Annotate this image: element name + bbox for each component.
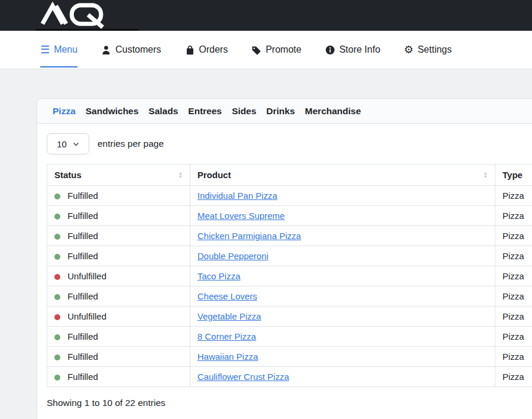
category-tabbar: PizzaSandwichesSaladsEntreesSidesDrinksM…: [37, 99, 532, 124]
tag-icon: [251, 45, 261, 55]
status-dot: [54, 274, 60, 280]
status-label: Fulfilled: [67, 331, 98, 341]
nav-label: Store Info: [339, 44, 380, 55]
status-cell: Fulfilled: [47, 327, 190, 347]
type-cell: Pizza: [495, 327, 532, 347]
info-icon: [325, 45, 335, 55]
column-header[interactable]: Product ▲▼: [190, 165, 495, 186]
nav-label: Orders: [199, 44, 228, 55]
status-label: Unfulfilled: [67, 311, 106, 321]
product-cell: Hawaiian Pizza: [190, 347, 495, 367]
shopping-bag-icon: [185, 45, 195, 55]
product-cell: Double Pepperoni: [190, 246, 495, 266]
table-row: Fulfilled Cauliflower Crust Pizza Pizza: [47, 367, 532, 387]
page-size-row: 10 entries per page: [47, 133, 532, 154]
status-label: Fulfilled: [67, 251, 98, 261]
product-link[interactable]: 8 Corner Pizza: [197, 331, 256, 341]
status-cell: Unfulfilled: [47, 307, 190, 327]
type-cell: Pizza: [495, 186, 532, 206]
card-body: 10 entries per page Status ▲▼ Product ▲▼: [37, 124, 532, 418]
status-dot: [54, 314, 60, 320]
category-tab[interactable]: Sides: [232, 106, 256, 117]
entries-per-page-label: entries per page: [98, 138, 164, 149]
status-label: Fulfilled: [67, 191, 98, 201]
status-cell: Unfulfilled: [47, 266, 190, 286]
product-link[interactable]: Taco Pizza: [197, 271, 241, 281]
status-dot: [54, 354, 60, 360]
table-row: Fulfilled Cheese Lovers Pizza: [47, 286, 532, 307]
product-link[interactable]: Double Pepperoni: [197, 251, 268, 261]
menu-hamburger-icon: ☰: [40, 44, 50, 55]
nav-item-menu[interactable]: ☰ Menu: [40, 31, 77, 69]
sort-icon[interactable]: ▲▼: [179, 172, 183, 178]
table-row: Fulfilled Chicken Parmigiana Pizza Pizza: [47, 226, 532, 246]
person-icon: [101, 45, 111, 55]
nav-label: Customers: [115, 44, 161, 55]
category-tab[interactable]: Sandwiches: [86, 106, 139, 117]
main-navbar: ☰ Menu Customers Orders Promote: [0, 31, 532, 69]
nav-item-customers[interactable]: Customers: [101, 31, 161, 69]
category-tab[interactable]: Entrees: [188, 106, 222, 117]
status-label: Fulfilled: [67, 211, 98, 221]
status-dot: [54, 254, 60, 260]
category-tab[interactable]: Merchandise: [305, 106, 361, 117]
type-cell: Pizza: [495, 286, 532, 307]
nav-item-settings[interactable]: ⚙ Settings: [404, 31, 452, 69]
status-dot: [54, 214, 60, 220]
product-link[interactable]: Hawaiian Pizza: [197, 352, 258, 362]
table-header-row: Status ▲▼ Product ▲▼ Type: [47, 165, 532, 186]
product-link[interactable]: Vegetable Pizza: [197, 311, 261, 321]
table-row: Unfulfilled Vegetable Pizza Pizza: [47, 307, 532, 327]
status-dot: [54, 194, 60, 199]
product-cell: Meat Lovers Supreme: [190, 206, 495, 226]
category-tab[interactable]: Salads: [148, 106, 178, 117]
entries-per-page-select[interactable]: 10: [47, 133, 89, 154]
table-row: Fulfilled Double Pepperoni Pizza: [47, 246, 532, 266]
nav-item-store-info[interactable]: Store Info: [325, 31, 380, 69]
nav-label: Settings: [417, 44, 452, 55]
status-cell: Fulfilled: [47, 286, 190, 307]
type-cell: Pizza: [495, 206, 532, 226]
product-cell: 8 Corner Pizza: [190, 327, 495, 347]
status-cell: Fulfilled: [47, 347, 190, 367]
product-link[interactable]: Meat Lovers Supreme: [197, 211, 285, 221]
nav-item-promote[interactable]: Promote: [251, 31, 301, 69]
type-cell: Pizza: [495, 266, 532, 286]
select-value: 10: [57, 139, 67, 149]
column-header: Type: [495, 165, 532, 186]
status-cell: Fulfilled: [47, 206, 190, 226]
status-cell: Fulfilled: [47, 246, 190, 266]
gear-icon: ⚙: [404, 44, 413, 55]
product-cell: Chicken Parmigiana Pizza: [190, 226, 495, 246]
column-header-label: Type: [502, 170, 523, 180]
status-dot: [54, 375, 60, 381]
status-label: Fulfilled: [67, 372, 98, 382]
product-link[interactable]: Chicken Parmigiana Pizza: [197, 231, 301, 241]
product-cell: Cauliflower Crust Pizza: [190, 367, 495, 387]
chevron-down-icon: [73, 142, 79, 146]
sort-icon[interactable]: ▲▼: [484, 172, 488, 178]
status-dot: [54, 334, 60, 340]
status-label: Fulfilled: [67, 291, 98, 301]
type-cell: Pizza: [495, 307, 532, 327]
aiq-logo[interactable]: [38, 4, 115, 27]
product-cell: Individual Pan Pizza: [190, 186, 495, 206]
menu-card: PizzaSandwichesSaladsEntreesSidesDrinksM…: [37, 98, 532, 419]
nav-label: Promote: [265, 44, 301, 55]
product-link[interactable]: Cheese Lovers: [197, 291, 257, 301]
column-header-label: Product: [197, 170, 231, 180]
category-tab[interactable]: Pizza: [53, 106, 76, 117]
type-cell: Pizza: [495, 367, 532, 387]
column-header[interactable]: Status ▲▼: [47, 165, 190, 186]
nav-item-orders[interactable]: Orders: [185, 31, 228, 69]
status-label: Unfulfilled: [67, 271, 106, 281]
status-cell: Fulfilled: [47, 186, 190, 206]
product-link[interactable]: Individual Pan Pizza: [197, 191, 277, 201]
type-cell: Pizza: [495, 347, 532, 367]
type-cell: Pizza: [495, 226, 532, 246]
product-link[interactable]: Cauliflower Crust Pizza: [197, 372, 289, 382]
type-cell: Pizza: [495, 246, 532, 266]
product-cell: Cheese Lovers: [190, 286, 495, 307]
category-tab[interactable]: Drinks: [267, 106, 295, 117]
table-row: Unfulfilled Taco Pizza Pizza: [47, 266, 532, 286]
